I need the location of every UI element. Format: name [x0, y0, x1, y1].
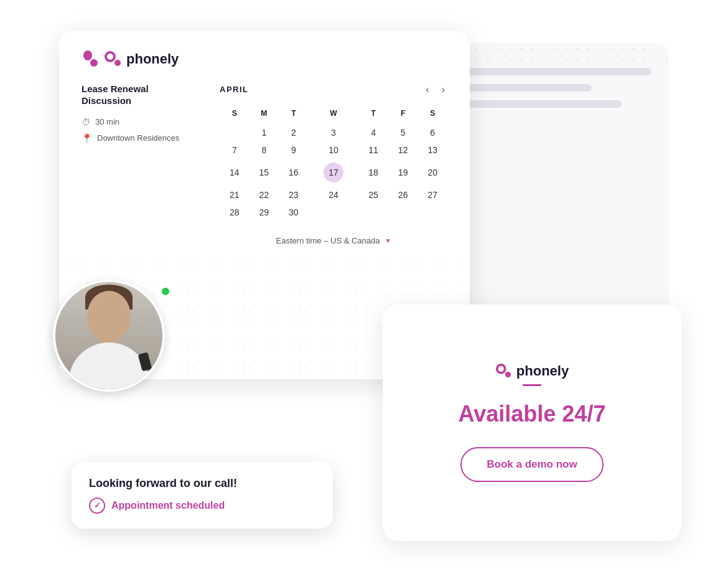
calendar-day[interactable]: 18	[358, 159, 388, 186]
logo-text: phonely	[126, 51, 179, 67]
right-logo: phonely	[495, 363, 569, 379]
calendar-day[interactable]: 9	[279, 141, 309, 159]
event-location: Downtown Residences	[97, 133, 179, 143]
logo-dash	[523, 384, 541, 386]
calendar-day[interactable]: 11	[358, 141, 388, 159]
calendar-day[interactable]: 1	[250, 124, 279, 141]
calendar-day[interactable]: 7	[220, 141, 250, 159]
calendar-day[interactable]: 15	[250, 159, 279, 186]
timezone-text: Eastern time – US & Canada	[276, 236, 380, 245]
col-wed: W	[309, 106, 359, 124]
calendar-day[interactable]: 28	[220, 204, 250, 221]
calendar-day[interactable]: 26	[388, 186, 418, 204]
col-fri: F	[388, 106, 418, 124]
calendar-day[interactable]: 21	[220, 186, 250, 204]
right-panel-card: phonely Available 24/7 Book a demo now	[383, 304, 681, 541]
timezone-row[interactable]: Eastern time – US & Canada ▼	[220, 236, 447, 245]
calendar-day[interactable]: 27	[418, 186, 447, 204]
col-sun: S	[220, 106, 250, 124]
calendar-header: APRIL ‹ ›	[220, 83, 447, 97]
calendar-day	[388, 204, 418, 221]
col-mon: M	[250, 106, 279, 124]
calendar-day[interactable]: 20	[418, 159, 447, 186]
check-icon: ✓	[89, 498, 105, 514]
calendar-day[interactable]: 30	[279, 204, 309, 221]
calendar-grid: S M T W T F S 12345678910111213	[220, 106, 447, 221]
calendar-day[interactable]: 14	[220, 159, 250, 186]
calendar-month: APRIL	[220, 85, 249, 94]
calendar-day	[358, 204, 388, 221]
phonely-logo-icon	[82, 50, 99, 68]
svg-point-1	[90, 59, 98, 67]
calendar-section: APRIL ‹ › S M T	[220, 83, 447, 245]
event-duration: 30 min	[95, 117, 119, 126]
calendar-day[interactable]: 3	[309, 124, 359, 141]
right-logo-text: phonely	[516, 363, 569, 379]
calendar-day[interactable]: 8	[250, 141, 279, 159]
calendar-day[interactable]: 19	[388, 159, 418, 186]
calendar-day[interactable]: 29	[250, 204, 279, 221]
svg-point-7	[498, 366, 503, 372]
col-tue: T	[279, 106, 309, 124]
event-duration-row: ⏱ 30 min	[82, 117, 200, 127]
svg-point-5	[114, 60, 121, 66]
right-logo-icon	[495, 363, 511, 379]
available-text: Available 24/7	[459, 401, 606, 427]
svg-point-8	[505, 372, 511, 377]
calendar-day[interactable]: 2	[279, 124, 309, 141]
online-status-dot	[160, 286, 171, 297]
calendar-day[interactable]: 17	[309, 159, 359, 186]
agent-avatar-container	[53, 280, 177, 404]
notification-message: Looking forward to our call!	[89, 477, 315, 490]
logo: phonely	[82, 50, 447, 68]
scene: phonely Lease Renewal Discussion ⏱ 30 mi…	[59, 31, 669, 541]
clock-icon: ⏱	[82, 117, 90, 127]
location-icon: 📍	[82, 133, 92, 143]
svg-point-4	[107, 54, 113, 60]
calendar-nav: ‹ ›	[423, 83, 447, 97]
next-month-button[interactable]: ›	[439, 83, 447, 97]
event-info: Lease Renewal Discussion ⏱ 30 min 📍 Down…	[82, 83, 200, 245]
notification-status-row: ✓ Appointment scheduled	[89, 498, 315, 514]
appointment-status: Appointment scheduled	[111, 500, 225, 511]
notification-card: Looking forward to our call! ✓ Appointme…	[72, 462, 333, 529]
calendar-day	[309, 204, 359, 221]
prev-month-button[interactable]: ‹	[423, 83, 431, 97]
calendar-day[interactable]: 22	[250, 186, 279, 204]
calendar-day[interactable]: 13	[418, 141, 447, 159]
calendar-day[interactable]: 12	[388, 141, 418, 159]
calendar-day[interactable]: 5	[388, 124, 418, 141]
logo-svg	[104, 50, 121, 68]
timezone-dropdown-arrow[interactable]: ▼	[385, 237, 391, 244]
event-title: Lease Renewal Discussion	[82, 83, 200, 107]
calendar-day[interactable]: 25	[358, 186, 388, 204]
calendar-day[interactable]: 24	[309, 186, 359, 204]
svg-point-0	[83, 50, 92, 60]
event-location-row: 📍 Downtown Residences	[82, 133, 200, 143]
calendar-day[interactable]: 6	[418, 124, 447, 141]
today-highlight[interactable]: 17	[324, 163, 343, 182]
agent-photo	[53, 280, 165, 392]
calendar-day	[418, 204, 447, 221]
col-thu: T	[358, 106, 388, 124]
calendar-day[interactable]: 16	[279, 159, 309, 186]
calendar-day	[220, 124, 250, 141]
col-sat: S	[418, 106, 447, 124]
calendar-day[interactable]: 23	[279, 186, 309, 204]
calendar-day[interactable]: 10	[309, 141, 359, 159]
book-demo-button[interactable]: Book a demo now	[460, 447, 603, 482]
calendar-day[interactable]: 4	[358, 124, 388, 141]
